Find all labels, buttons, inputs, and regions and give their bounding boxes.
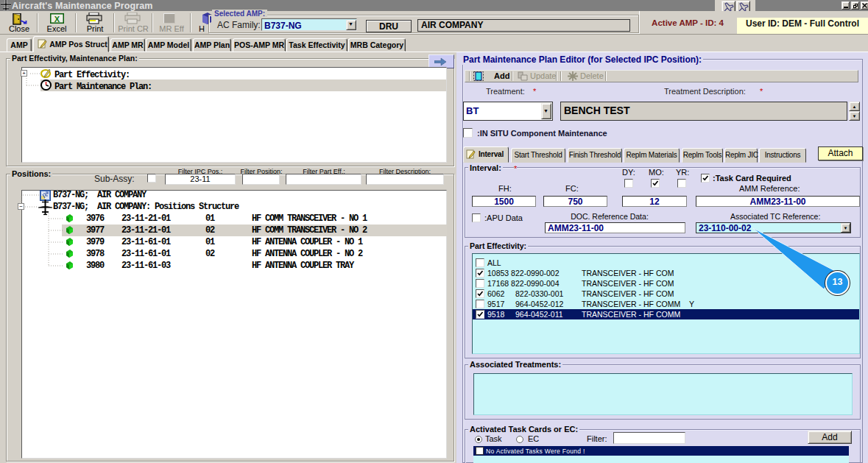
- svg-text:X: X: [54, 15, 60, 24]
